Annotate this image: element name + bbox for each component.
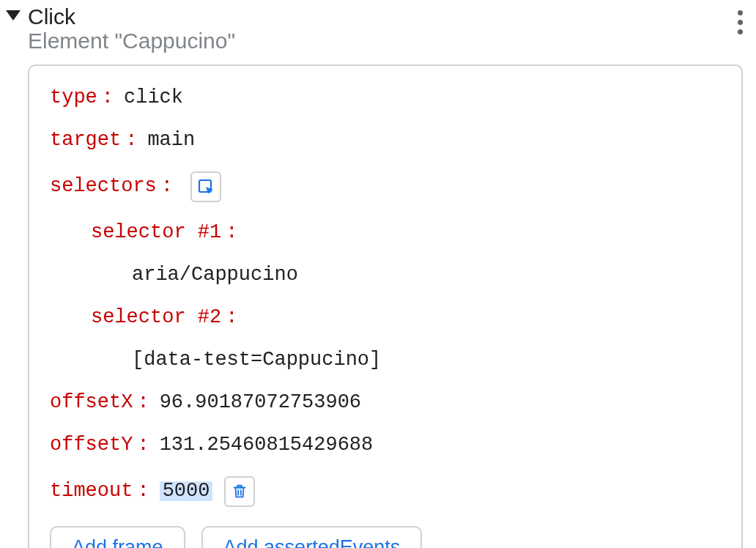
select-element-button[interactable] <box>190 171 221 202</box>
row-selectors[interactable]: selectors: <box>50 171 721 202</box>
colon: : <box>125 130 137 150</box>
step-titles: Click Element "Cappucino" <box>28 4 235 54</box>
value-offsetx[interactable]: 96.90187072753906 <box>160 393 361 412</box>
row-selector-2-label[interactable]: selector #2: <box>50 306 721 330</box>
step-header-left: Click Element "Cappucino" <box>6 3 235 54</box>
key-selector-1: selector #1 <box>91 223 221 242</box>
key-target: target <box>50 130 121 150</box>
colon: : <box>226 308 237 327</box>
key-offsety: offsetY <box>50 435 133 455</box>
row-offsetx[interactable]: offsetX: 96.90187072753906 <box>50 391 721 415</box>
delete-attribute-button[interactable] <box>224 476 255 507</box>
step-detail-panel: type: click target: main selectors: sele… <box>28 64 743 549</box>
key-type: type <box>50 88 97 108</box>
value-timeout[interactable]: 5000 <box>160 481 213 501</box>
row-offsety[interactable]: offsetY: 131.25460815429688 <box>50 434 721 457</box>
colon: : <box>137 435 149 455</box>
trash-icon <box>231 484 248 500</box>
row-type[interactable]: type: click <box>50 86 721 110</box>
add-frame-button[interactable]: Add frame <box>50 526 185 549</box>
row-selector-1-value[interactable]: aria/Cappucino <box>50 264 721 287</box>
kebab-menu-icon[interactable] <box>735 4 746 40</box>
add-asserted-events-button[interactable]: Add assertedEvents <box>201 526 423 549</box>
step-editor-root: Click Element "Cappucino" type: click ta… <box>0 0 756 548</box>
key-selector-2: selector #2 <box>91 308 221 327</box>
footer-buttons: Add frame Add assertedEvents <box>50 526 721 549</box>
step-subtitle: Element "Cappucino" <box>28 29 235 54</box>
selector-picker-icon <box>197 178 215 196</box>
key-timeout: timeout <box>50 481 133 501</box>
row-selector-1-label[interactable]: selector #1: <box>50 221 721 245</box>
key-selectors: selectors <box>50 177 157 196</box>
disclosure-triangle-icon[interactable] <box>6 10 21 21</box>
value-selector-2[interactable]: [data-test=Cappucino] <box>132 350 381 370</box>
step-title: Click <box>28 4 235 29</box>
row-target[interactable]: target: main <box>50 129 721 152</box>
colon: : <box>226 223 237 242</box>
value-type[interactable]: click <box>124 88 183 108</box>
step-header: Click Element "Cappucino" <box>6 3 752 54</box>
value-selector-1[interactable]: aria/Cappucino <box>132 265 298 285</box>
colon: : <box>102 88 114 108</box>
key-offsetx: offsetX <box>50 393 133 412</box>
row-timeout[interactable]: timeout: 5000 <box>50 476 721 507</box>
row-selector-2-value[interactable]: [data-test=Cappucino] <box>50 349 721 372</box>
value-target[interactable]: main <box>147 130 195 150</box>
value-offsety[interactable]: 131.25460815429688 <box>160 435 374 455</box>
colon: : <box>137 393 149 412</box>
colon: : <box>137 481 149 501</box>
colon: : <box>161 177 173 196</box>
